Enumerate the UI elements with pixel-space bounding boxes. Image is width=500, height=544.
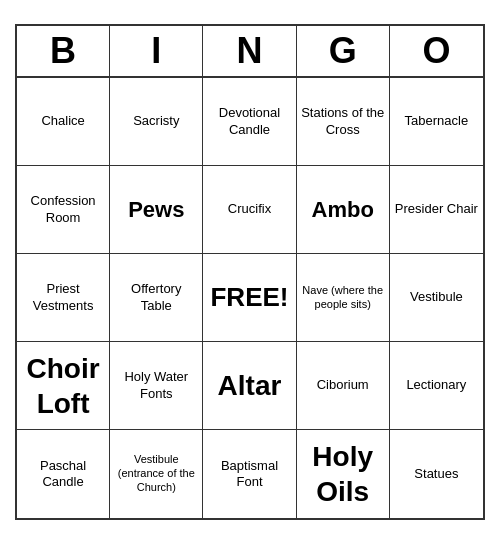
header-letter: I xyxy=(110,26,203,76)
bingo-cell: Pews xyxy=(110,166,203,254)
bingo-header: BINGO xyxy=(17,26,483,78)
bingo-cell: Ciborium xyxy=(297,342,390,430)
bingo-cell: Presider Chair xyxy=(390,166,483,254)
bingo-cell: Choir Loft xyxy=(17,342,110,430)
bingo-cell: Stations of the Cross xyxy=(297,78,390,166)
bingo-cell: Offertory Table xyxy=(110,254,203,342)
bingo-cell: Lectionary xyxy=(390,342,483,430)
bingo-grid: ChaliceSacristyDevotional CandleStations… xyxy=(17,78,483,518)
bingo-cell: Baptismal Font xyxy=(203,430,296,518)
bingo-cell: Priest Vestments xyxy=(17,254,110,342)
bingo-cell: Altar xyxy=(203,342,296,430)
header-letter: B xyxy=(17,26,110,76)
bingo-cell: Statues xyxy=(390,430,483,518)
bingo-cell: Nave (where the people sits) xyxy=(297,254,390,342)
header-letter: G xyxy=(297,26,390,76)
bingo-cell: Paschal Candle xyxy=(17,430,110,518)
bingo-cell: Tabernacle xyxy=(390,78,483,166)
bingo-cell: Crucifix xyxy=(203,166,296,254)
bingo-cell: Sacristy xyxy=(110,78,203,166)
header-letter: O xyxy=(390,26,483,76)
bingo-cell: Vestibule (entrance of the Church) xyxy=(110,430,203,518)
header-letter: N xyxy=(203,26,296,76)
bingo-cell: Devotional Candle xyxy=(203,78,296,166)
bingo-card: BINGO ChaliceSacristyDevotional CandleSt… xyxy=(15,24,485,520)
bingo-cell: Holy Water Fonts xyxy=(110,342,203,430)
bingo-cell: FREE! xyxy=(203,254,296,342)
bingo-cell: Vestibule xyxy=(390,254,483,342)
bingo-cell: Chalice xyxy=(17,78,110,166)
bingo-cell: Ambo xyxy=(297,166,390,254)
bingo-cell: Confession Room xyxy=(17,166,110,254)
bingo-cell: Holy Oils xyxy=(297,430,390,518)
